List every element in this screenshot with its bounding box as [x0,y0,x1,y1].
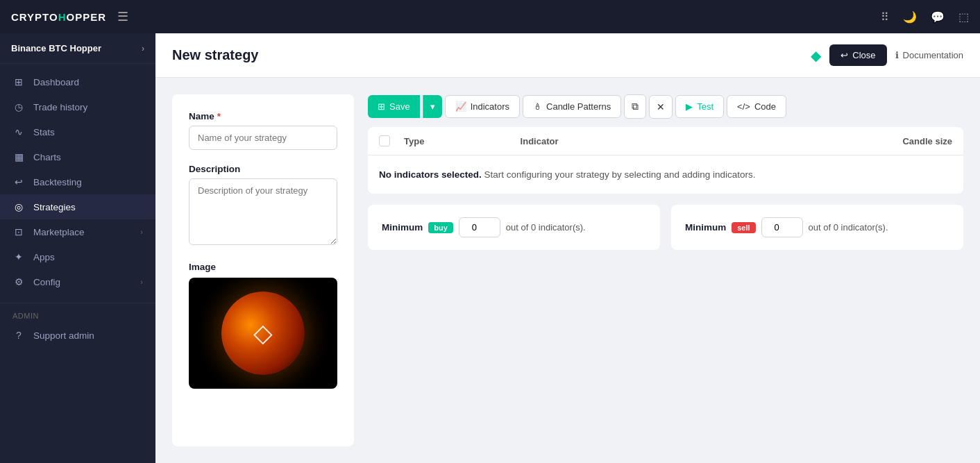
name-field-group: Name * [189,111,337,150]
play-icon: ▶ [686,101,693,112]
sidebar-item-label: Charts [33,152,143,162]
sidebar-item-label: Support admin [33,330,143,341]
hamburger-icon[interactable]: ☰ [117,9,128,24]
dropdown-arrow-icon: ▾ [430,101,435,112]
admin-label: ADMIN [0,306,155,323]
sidebar-item-label: Backtesting [33,177,143,187]
sidebar-item-label: Apps [33,252,143,262]
sidebar-item-dashboard[interactable]: ⊞ Dashboard [0,69,155,94]
page-title: New strategy [172,47,259,63]
save-dropdown-button[interactable]: ▾ [423,95,442,118]
candle-patterns-button[interactable]: 🕯 Candle Patterns [523,95,621,118]
moon-image: ◇ [221,292,305,375]
code-label: Code [754,101,776,112]
sidebar: Binance BTC Hopper › ⊞ Dashboard ◷ Trade… [0,33,155,463]
marketplace-icon: ⊡ [12,226,25,237]
image-field-group: Image ◇ [189,262,337,389]
hopper-name: Binance BTC Hopper [11,43,101,53]
page-header: New strategy ◆ ↩ Close ℹ Documentation [155,33,980,78]
buy-minimum-input[interactable] [459,217,500,237]
delete-button[interactable]: ✕ [649,95,673,119]
strategy-builder-panel: ⊞ Save ▾ 📈 Indicators 🕯 Candle Patterns [368,94,963,446]
indicator-column-header: Indicator [521,136,731,146]
sell-minimum-label: Minimum [685,222,726,233]
empty-message-bold: No indicators selected. [379,169,482,180]
sidebar-nav: ⊞ Dashboard ◷ Trade history ∿ Stats ▦ Ch… [0,64,155,300]
moon-icon[interactable]: 🌙 [903,10,917,24]
strategy-name-input[interactable] [189,126,337,150]
navbar-left: CRYPTOHOPPER ☰ [11,9,128,24]
strategy-description-input[interactable] [189,178,337,245]
description-field-group: Description [189,164,337,248]
close-button[interactable]: ↩ Close [829,44,886,66]
sidebar-item-apps[interactable]: ✦ Apps [0,244,155,269]
navbar-right: ⠿ 🌙 💬 ⬚ [881,10,969,24]
strategies-icon: ◎ [12,201,25,212]
sidebar-item-strategies[interactable]: ◎ Strategies [0,194,155,219]
sidebar-item-trade-history[interactable]: ◷ Trade history [0,94,155,119]
save-button[interactable]: ⊞ Save [368,95,420,118]
copy-button[interactable]: ⧉ [624,94,646,119]
sidebar-item-label: Marketplace [33,227,132,237]
logout-icon[interactable]: ⬚ [958,10,969,24]
indicators-label: Indicators [471,101,509,112]
sidebar-item-label: Strategies [33,202,143,212]
signals-row: Minimum buy out of 0 indicator(s). Minim… [368,205,963,250]
close-arrow-icon: ↩ [840,50,848,60]
sidebar-item-backtesting[interactable]: ↩ Backtesting [0,169,155,194]
test-button[interactable]: ▶ Test [675,95,724,118]
copy-icon: ⧉ [632,101,639,112]
chevron-right-icon: › [140,278,143,286]
stats-icon: ∿ [12,126,25,137]
charts-icon: ▦ [12,151,25,162]
trade-history-icon: ◷ [12,101,25,112]
buy-out-text: out of 0 indicator(s). [506,222,586,233]
empty-message-sub: Start configuring your strategy by selec… [484,169,756,180]
sidebar-item-stats[interactable]: ∿ Stats [0,119,155,144]
sidebar-divider [0,303,155,303]
checkbox-column-header [379,135,393,146]
sidebar-item-label: Trade history [33,102,143,112]
sidebar-item-config[interactable]: ⚙ Config › [0,269,155,294]
sell-badge: sell [732,222,755,233]
save-label: Save [389,101,410,112]
info-icon: ℹ [895,50,899,60]
strategy-form-panel: Name * Description Image ◇ [172,94,354,446]
chat-icon[interactable]: 💬 [931,10,945,24]
hopper-selector[interactable]: Binance BTC Hopper › [0,33,155,64]
candle-icon: 🕯 [533,101,542,112]
page-body: Name * Description Image ◇ [155,78,980,463]
navbar: CRYPTOHOPPER ☰ ⠿ 🌙 💬 ⬚ [0,0,980,33]
sell-out-text: out of 0 indicator(s). [809,222,888,233]
strategy-image-preview: ◇ [189,278,337,389]
sidebar-item-label: Stats [33,127,143,137]
type-column-header: Type [404,136,509,146]
sell-minimum-input[interactable] [761,217,803,237]
close-x-icon: ✕ [657,101,665,112]
test-label: Test [697,101,713,112]
sidebar-item-support-admin[interactable]: ? Support admin [0,323,155,348]
select-all-checkbox[interactable] [379,135,390,146]
grid-icon[interactable]: ⠿ [881,10,889,24]
candle-size-column-header: Candle size [742,136,952,146]
apps-icon: ✦ [12,251,25,262]
sidebar-item-marketplace[interactable]: ⊡ Marketplace › [0,219,155,244]
candle-patterns-label: Candle Patterns [546,101,611,112]
logo-text: CRYPTOHOPPER [11,11,106,23]
code-icon: </> [737,101,750,112]
sidebar-item-charts[interactable]: ▦ Charts [0,144,155,169]
save-icon: ⊞ [378,101,385,112]
indicators-button[interactable]: 📈 Indicators [445,95,520,118]
config-icon: ⚙ [12,276,25,287]
sidebar-item-label: Dashboard [33,77,143,87]
dashboard-icon: ⊞ [12,76,25,87]
indicators-panel: Type Indicator Candle size No indicators… [368,127,963,194]
documentation-label: Documentation [903,50,963,60]
code-button[interactable]: </> Code [727,95,786,118]
sidebar-item-label: Config [33,277,132,287]
sell-signal-card: Minimum sell out of 0 indicator(s). [671,205,963,250]
name-label: Name * [189,111,337,121]
documentation-button[interactable]: ℹ Documentation [895,50,963,60]
page-header-actions: ◆ ↩ Close ℹ Documentation [811,44,963,66]
description-label: Description [189,164,337,174]
